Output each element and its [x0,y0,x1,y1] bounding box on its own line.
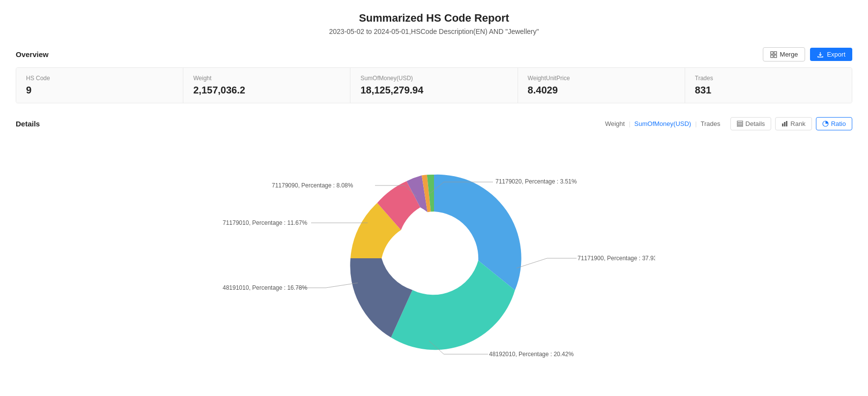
stat-sum-money: SumOfMoney(USD) 18,125,279.94 [350,68,518,103]
details-header: Details Weight | SumOfMoney(USD) | Trade… [16,117,852,130]
svg-rect-8 [784,122,785,126]
stat-weight: Weight 2,157,036.2 [183,68,350,103]
stat-weight-unit-price: WeightUnitPrice 8.4029 [518,68,685,103]
label-71179020: 71179020, Percentage : 3.51% [495,178,577,185]
view-tab-rank[interactable]: Rank [775,117,811,130]
svg-rect-6 [737,125,743,126]
view-controls: Weight | SumOfMoney(USD) | Trades Detail… [603,117,852,130]
report-header: Summarized HS Code Report 2023-05-02 to … [16,12,852,35]
stat-weight-unit-price-label: WeightUnitPrice [528,75,675,82]
metric-tab-sum-money[interactable]: SumOfMoney(USD) [633,119,694,128]
stat-weight-value: 2,157,036.2 [193,85,340,96]
metric-tab-trades[interactable]: Trades [699,119,723,128]
export-button[interactable]: Export [810,48,852,61]
toolbar: Merge Export [763,47,852,61]
metric-tab-weight[interactable]: Weight [603,119,627,128]
export-label: Export [827,51,845,58]
svg-rect-4 [737,121,743,122]
label-71179010: 71179010, Percentage : 11.67% [223,219,307,226]
stat-sum-money-value: 18,125,279.94 [360,85,507,96]
stats-row: HS Code 9 Weight 2,157,036.2 SumOfMoney(… [16,67,852,103]
svg-rect-1 [774,52,777,54]
svg-rect-2 [771,55,773,58]
overview-title: Overview [16,50,49,59]
stat-trades: Trades 831 [685,68,852,103]
stat-hs-code-label: HS Code [26,75,173,82]
donut-chart: .seg { transition: opacity 0.2s; } .seg:… [213,150,655,376]
stat-sum-money-label: SumOfMoney(USD) [360,75,507,82]
stat-hs-code-value: 9 [26,85,173,96]
details-section: Details Weight | SumOfMoney(USD) | Trade… [16,117,852,386]
stat-trades-label: Trades [695,75,842,82]
pie-icon [822,121,829,127]
label-48191010: 48191010, Percentage : 16.78% [223,284,307,291]
chart-area: .seg { transition: opacity 0.2s; } .seg:… [16,140,852,386]
stat-weight-unit-price-value: 8.4029 [528,85,675,96]
view-tab-details[interactable]: Details [730,117,772,130]
label-71171900: 71171900, Percentage : 37.93% [578,255,655,262]
rank-icon [781,121,788,127]
report-subtitle: 2023-05-02 to 2024-05-01,HSCode Descript… [16,28,852,35]
details-title: Details [16,120,40,128]
overview-section-header: Overview Merge Export [16,47,852,61]
table-icon [737,121,743,127]
stat-hs-code: HS Code 9 [16,68,183,103]
merge-icon [770,51,777,58]
stat-trades-value: 831 [695,85,842,96]
svg-rect-5 [737,123,743,125]
report-title: Summarized HS Code Report [16,12,852,25]
metric-tabs: Weight | SumOfMoney(USD) | Trades [603,119,723,128]
view-tab-ratio[interactable]: Ratio [816,117,852,130]
stat-weight-label: Weight [193,75,340,82]
svg-rect-3 [774,55,777,58]
label-71179090: 71179090, Percentage : 8.08% [272,182,353,189]
svg-rect-7 [782,123,783,126]
svg-rect-0 [771,52,773,54]
label-48192010: 48192010, Percentage : 20.42% [489,351,574,358]
chart-wrapper: .seg { transition: opacity 0.2s; } .seg:… [213,150,655,376]
export-icon [817,51,824,58]
merge-label: Merge [780,51,798,58]
merge-button[interactable]: Merge [763,47,806,61]
svg-rect-9 [786,121,787,126]
